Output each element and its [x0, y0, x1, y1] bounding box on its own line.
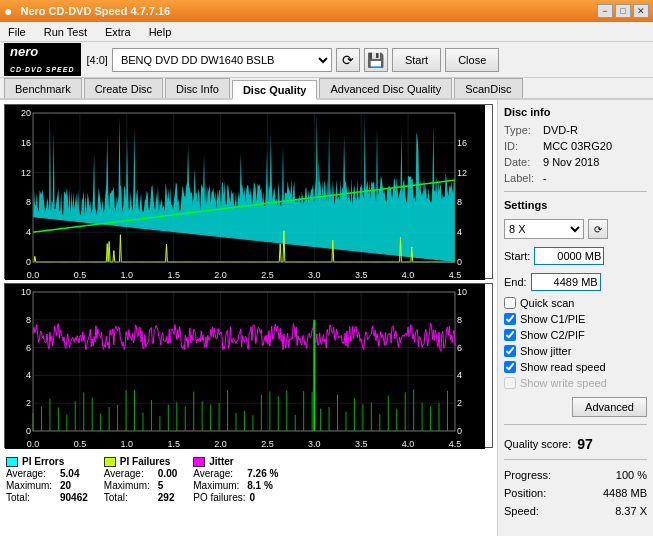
jitter-avg-label: Average: — [193, 468, 243, 479]
quick-scan-label: Quick scan — [520, 297, 574, 309]
quality-label: Quality score: — [504, 438, 571, 450]
window-title: Nero CD-DVD Speed 4.7.7.16 — [20, 5, 595, 17]
tab-advanced-disc-quality[interactable]: Advanced Disc Quality — [319, 78, 452, 98]
refresh-button[interactable]: ⟳ — [336, 48, 360, 72]
pi-errors-total-label: Total: — [6, 492, 56, 503]
tab-bar: Benchmark Create Disc Disc Info Disc Qua… — [0, 78, 653, 100]
pi-errors-max-value: 20 — [60, 480, 71, 491]
show-jitter-label: Show jitter — [520, 345, 571, 357]
start-button[interactable]: Start — [392, 48, 441, 72]
pi-errors-total-value: 90462 — [60, 492, 88, 503]
top-chart — [4, 104, 493, 279]
tab-benchmark[interactable]: Benchmark — [4, 78, 82, 98]
show-c2-checkbox[interactable] — [504, 329, 516, 341]
date-value: 9 Nov 2018 — [543, 156, 599, 168]
divider-3 — [504, 459, 647, 460]
menu-run-test[interactable]: Run Test — [40, 24, 91, 40]
pi-failures-max-label: Maximum: — [104, 480, 154, 491]
tab-scandisc[interactable]: ScanDisc — [454, 78, 522, 98]
tab-disc-quality[interactable]: Disc Quality — [232, 80, 318, 100]
menu-file[interactable]: File — [4, 24, 30, 40]
type-value: DVD-R — [543, 124, 578, 136]
progress-label: Progress: — [504, 469, 551, 481]
disc-info-title: Disc info — [504, 106, 647, 118]
pi-errors-max-label: Maximum: — [6, 480, 56, 491]
date-label: Date: — [504, 156, 539, 168]
save-button[interactable]: 💾 — [364, 48, 388, 72]
position-label: Position: — [504, 487, 546, 499]
close-button[interactable]: ✕ — [633, 4, 649, 18]
show-read-label: Show read speed — [520, 361, 606, 373]
jitter-color — [193, 457, 205, 467]
pi-errors-color — [6, 457, 18, 467]
jitter-avg-value: 7.26 % — [247, 468, 278, 479]
close-app-button[interactable]: Close — [445, 48, 499, 72]
pi-failures-total-value: 292 — [158, 492, 175, 503]
title-bar: ● Nero CD-DVD Speed 4.7.7.16 − □ ✕ — [0, 0, 653, 22]
show-write-checkbox[interactable] — [504, 377, 516, 389]
speed-select[interactable]: 8 X — [504, 219, 584, 239]
drive-label: [4:0] — [87, 54, 108, 66]
end-mb-input[interactable] — [531, 273, 601, 291]
nero-logo: nero CD·DVD SPEED — [4, 43, 81, 76]
advanced-button[interactable]: Advanced — [572, 397, 647, 417]
nero-sub: CD·DVD SPEED — [10, 66, 75, 73]
pi-failures-color — [104, 457, 116, 467]
pi-failures-total-label: Total: — [104, 492, 154, 503]
progress-value: 100 % — [616, 469, 647, 481]
menu-extra[interactable]: Extra — [101, 24, 135, 40]
tab-disc-info[interactable]: Disc Info — [165, 78, 230, 98]
minimize-button[interactable]: − — [597, 4, 613, 18]
pi-failures-avg-value: 0.00 — [158, 468, 177, 479]
jitter-max-label: Maximum: — [193, 480, 243, 491]
id-label: ID: — [504, 140, 539, 152]
maximize-button[interactable]: □ — [615, 4, 631, 18]
menu-bar: File Run Test Extra Help — [0, 22, 653, 42]
speed-refresh-button[interactable]: ⟳ — [588, 219, 608, 239]
right-panel: Disc info Type: DVD-R ID: MCC 03RG20 Dat… — [498, 100, 653, 536]
main-area: PI Errors Average: 5.04 Maximum: 20 Tota… — [0, 100, 653, 536]
toolbar: nero CD·DVD SPEED [4:0] BENQ DVD DD DW16… — [0, 42, 653, 78]
start-mb-input[interactable] — [534, 247, 604, 265]
pi-errors-label: PI Errors — [22, 456, 64, 467]
pi-errors-avg-label: Average: — [6, 468, 56, 479]
show-write-label: Show write speed — [520, 377, 607, 389]
position-value: 4488 MB — [603, 487, 647, 499]
chart-area: PI Errors Average: 5.04 Maximum: 20 Tota… — [0, 100, 498, 536]
drive-select[interactable]: BENQ DVD DD DW1640 BSLB — [112, 48, 332, 72]
jitter-legend: Jitter Average: 7.26 % Maximum: 8.1 % PO… — [193, 456, 278, 503]
menu-help[interactable]: Help — [145, 24, 176, 40]
divider-1 — [504, 191, 647, 192]
jitter-pof-label: PO failures: — [193, 492, 245, 503]
speed-label: Speed: — [504, 505, 539, 517]
jitter-pof-value: 0 — [250, 492, 256, 503]
legend-area: PI Errors Average: 5.04 Maximum: 20 Tota… — [4, 452, 493, 505]
pi-failures-label: PI Failures — [120, 456, 171, 467]
disc-label-value: - — [543, 172, 547, 184]
show-c2-label: Show C2/PIF — [520, 329, 585, 341]
tab-create-disc[interactable]: Create Disc — [84, 78, 163, 98]
pi-failures-max-value: 5 — [158, 480, 164, 491]
start-mb-label: Start: — [504, 250, 530, 262]
pi-failures-avg-label: Average: — [104, 468, 154, 479]
divider-2 — [504, 424, 647, 425]
show-c1-label: Show C1/PIE — [520, 313, 585, 325]
pi-errors-legend: PI Errors Average: 5.04 Maximum: 20 Tota… — [6, 456, 88, 503]
type-label: Type: — [504, 124, 539, 136]
disc-label-label: Label: — [504, 172, 539, 184]
pi-errors-avg-value: 5.04 — [60, 468, 79, 479]
pi-failures-legend: PI Failures Average: 0.00 Maximum: 5 Tot… — [104, 456, 177, 503]
speed-value: 8.37 X — [615, 505, 647, 517]
jitter-label: Jitter — [209, 456, 233, 467]
show-read-checkbox[interactable] — [504, 361, 516, 373]
end-mb-label: End: — [504, 276, 527, 288]
quick-scan-checkbox[interactable] — [504, 297, 516, 309]
quality-value: 97 — [577, 436, 593, 452]
id-value: MCC 03RG20 — [543, 140, 612, 152]
bottom-chart — [4, 283, 493, 448]
show-c1-checkbox[interactable] — [504, 313, 516, 325]
jitter-max-value: 8.1 % — [247, 480, 273, 491]
show-jitter-checkbox[interactable] — [504, 345, 516, 357]
settings-title: Settings — [504, 199, 647, 211]
